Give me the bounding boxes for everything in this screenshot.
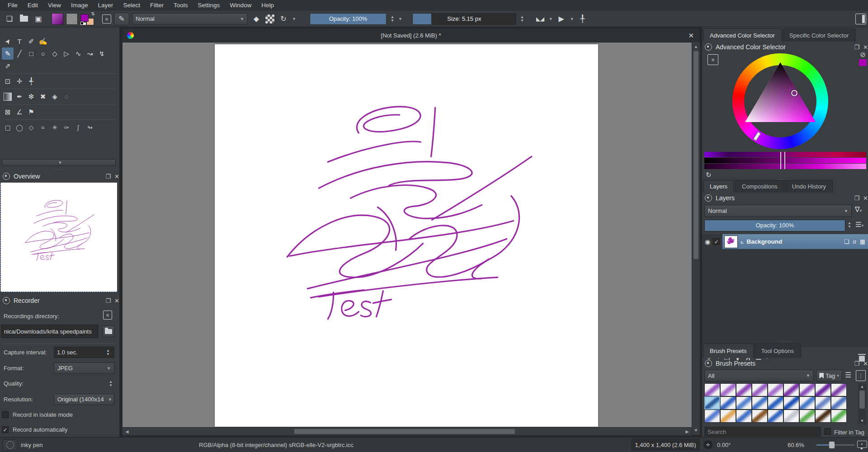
- menu-select[interactable]: Select: [118, 0, 145, 11]
- preserve-alpha-button[interactable]: [265, 14, 275, 24]
- close-docker-icon[interactable]: ✕: [863, 195, 868, 202]
- menu-filter[interactable]: Filter: [145, 0, 169, 11]
- browse-directory-button[interactable]: [102, 325, 115, 337]
- hsv-triangle[interactable]: [743, 60, 817, 125]
- preset-search-field[interactable]: Search: [704, 427, 821, 437]
- scroll-up-icon[interactable]: ▲: [858, 383, 866, 390]
- brush-preset[interactable]: [815, 410, 831, 423]
- opacity-spinner[interactable]: ▲▼: [389, 15, 396, 23]
- scroll-right-icon[interactable]: ▶: [684, 428, 691, 435]
- brush-preset[interactable]: [815, 383, 831, 396]
- brush-size-spinner[interactable]: ▲▼: [519, 15, 525, 23]
- color-history-strips[interactable]: [704, 152, 866, 170]
- menu-settings[interactable]: Settings: [193, 0, 225, 11]
- lock-docker-icon[interactable]: [705, 194, 712, 202]
- float-docker-icon[interactable]: ❐: [854, 195, 859, 202]
- brush-preset[interactable]: [799, 396, 815, 410]
- close-subwindow-icon[interactable]: ✕: [688, 32, 694, 40]
- freehand-selection-tool[interactable]: ≈: [37, 121, 49, 133]
- brush-preset[interactable]: [736, 383, 752, 396]
- mirror-vertical-icon[interactable]: ▶: [556, 13, 567, 25]
- vertical-scroll-thumb[interactable]: [693, 51, 698, 259]
- brush-preset[interactable]: [799, 383, 815, 396]
- polyline-tool[interactable]: ▷: [61, 47, 72, 60]
- elliptical-selection-tool[interactable]: ◯: [14, 121, 25, 133]
- foreground-color-swatch[interactable]: [80, 14, 89, 22]
- brush-preset[interactable]: [752, 383, 768, 396]
- pattern-chooser[interactable]: [66, 13, 78, 25]
- close-docker-icon[interactable]: ✕: [114, 297, 119, 304]
- fit-to-screen-icon[interactable]: [857, 441, 867, 448]
- ellipse-tool[interactable]: ○: [37, 47, 49, 60]
- edit-brush-settings-button[interactable]: ✎: [114, 13, 129, 25]
- polygonal-selection-tool[interactable]: ◇: [25, 121, 37, 133]
- resolution-dropdown[interactable]: Original (1400x14▼: [54, 394, 114, 405]
- brush-preset[interactable]: [783, 396, 799, 410]
- eraser-mode-button[interactable]: ◆: [250, 13, 262, 25]
- tab-brush-presets[interactable]: Brush Presets: [703, 344, 754, 358]
- menu-window[interactable]: Window: [225, 0, 256, 11]
- freehand-brush-tool[interactable]: ✎: [2, 47, 14, 60]
- brush-preset[interactable]: [736, 410, 752, 423]
- mirror-horizontal-icon[interactable]: ◢◢: [534, 13, 546, 25]
- brush-preset[interactable]: [768, 383, 783, 396]
- opacity-slider[interactable]: Opacity: 100%: [310, 13, 387, 25]
- fill-tool[interactable]: ◈: [49, 90, 61, 103]
- brush-preset[interactable]: [831, 383, 847, 396]
- tab-layers[interactable]: Layers: [703, 180, 734, 193]
- blending-mode-dropdown[interactable]: Normal▼: [132, 13, 248, 25]
- brush-preset[interactable]: [831, 410, 847, 423]
- filter-in-tag-checkbox[interactable]: [824, 428, 831, 435]
- close-docker-icon[interactable]: ✕: [863, 44, 868, 51]
- brush-preset[interactable]: [752, 410, 768, 423]
- dynamic-brush-tool[interactable]: ↯: [96, 47, 108, 60]
- rectangular-selection-tool[interactable]: ▢: [2, 121, 14, 133]
- horizontal-scrollbar[interactable]: ◀ ▶: [123, 427, 692, 435]
- magnetic-selection-tool[interactable]: ↬: [84, 121, 96, 133]
- brush-preset[interactable]: [720, 410, 736, 423]
- hue-ring[interactable]: [732, 53, 828, 149]
- color-sampler-tool[interactable]: ✒: [14, 90, 25, 103]
- tab-specific-color-selector[interactable]: Specific Color Selector: [783, 28, 856, 42]
- brush-preset[interactable]: [799, 410, 815, 423]
- menu-tools[interactable]: Tools: [169, 0, 193, 11]
- format-dropdown[interactable]: JPEG▼: [54, 363, 114, 374]
- scroll-up-icon[interactable]: ▲: [692, 43, 700, 50]
- enclose-fill-tool[interactable]: ◌: [61, 90, 72, 103]
- reference-images-tool[interactable]: ⚑: [25, 106, 37, 118]
- inherit-alpha-icon[interactable]: ▦: [860, 238, 865, 245]
- record-isolate-checkbox[interactable]: [2, 411, 9, 418]
- capture-interval-spinner[interactable]: ▲▼: [105, 349, 111, 356]
- open-document-icon[interactable]: [18, 13, 30, 25]
- lock-docker-icon[interactable]: [705, 360, 712, 367]
- horizontal-scroll-thumb[interactable]: [294, 429, 515, 434]
- brush-preset[interactable]: [736, 396, 752, 410]
- foreground-background-colors[interactable]: ⇅: [80, 13, 95, 25]
- crop-tool[interactable]: ╃: [25, 75, 37, 87]
- contiguous-selection-tool[interactable]: ✳: [49, 121, 61, 133]
- brush-preset[interactable]: [831, 396, 847, 410]
- choose-brush-preset-button[interactable]: ≡: [102, 14, 111, 24]
- menu-image[interactable]: Image: [66, 0, 93, 11]
- float-docker-icon[interactable]: ❐: [105, 173, 111, 180]
- subwindow-title-bar[interactable]: [Not Saved] (2.6 MiB) * ✕: [123, 29, 699, 42]
- rectangle-tool[interactable]: □: [25, 47, 37, 60]
- menu-help[interactable]: Help: [256, 0, 279, 11]
- chevron-down-icon[interactable]: ▼: [398, 17, 402, 21]
- recordings-directory-input[interactable]: nica/Downloads/krita speedpaints: [1, 325, 99, 338]
- menu-view[interactable]: View: [43, 0, 66, 11]
- hue-strip[interactable]: [704, 152, 866, 157]
- layer-opacity-slider[interactable]: Opacity: 100%: [704, 220, 845, 231]
- layer-blend-mode-dropdown[interactable]: Normal▼: [704, 205, 852, 217]
- layer-opacity-spinner[interactable]: ▲▼: [846, 221, 853, 229]
- zoom-slider-handle[interactable]: [829, 442, 835, 448]
- bezier-curve-tool[interactable]: ∿: [72, 47, 84, 60]
- polygon-tool[interactable]: ◇: [49, 47, 61, 60]
- chevron-down-icon[interactable]: ▼: [292, 17, 296, 21]
- canvas[interactable]: [215, 44, 598, 427]
- transform-tool[interactable]: ⊡: [2, 75, 14, 87]
- chevron-down-icon[interactable]: ▼: [549, 17, 553, 21]
- brush-preset[interactable]: [720, 396, 736, 410]
- close-docker-icon[interactable]: ✕: [114, 173, 119, 180]
- float-docker-icon[interactable]: ❐: [854, 360, 859, 367]
